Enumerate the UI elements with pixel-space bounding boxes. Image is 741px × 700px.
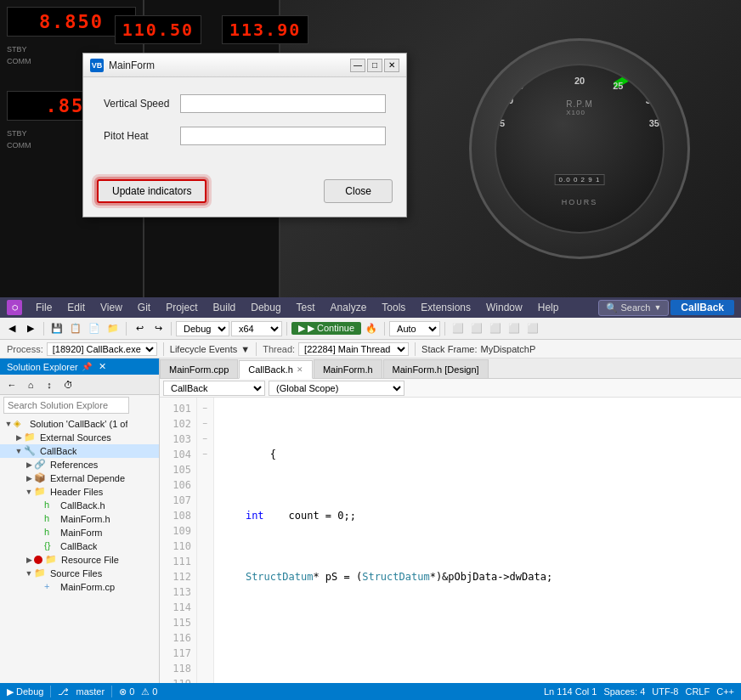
toolbar-btn-8[interactable]: ⬜ (506, 320, 523, 337)
toolbar-sep-4 (286, 322, 287, 336)
menu-test[interactable]: Test (290, 300, 322, 315)
toolbar-btn-7[interactable]: ⬜ (487, 320, 504, 337)
tab-mainform-cpp[interactable]: MainForm.cpp (160, 359, 238, 378)
tree-item-mainform-h[interactable]: h MainForm.h (0, 512, 159, 526)
toolbar-btn-3[interactable]: 📄 (86, 320, 103, 337)
toolbar-back-btn[interactable]: ◀ (3, 320, 20, 337)
menu-analyze[interactable]: Analyze (324, 300, 374, 315)
search-label: Search (621, 302, 651, 313)
se-pin-icon: 📌 (82, 362, 92, 371)
toolbar-fwd-btn[interactable]: ▶ (22, 320, 39, 337)
se-sync-btn[interactable]: ↕ (41, 376, 58, 393)
mainform-h-label: MainForm.h (60, 514, 110, 524)
vertical-speed-input[interactable] (180, 94, 386, 113)
status-errors: ⊗ 0 (119, 686, 134, 697)
solution-icon: ◈ (14, 418, 27, 430)
vs-logo: ⬡ (7, 300, 22, 315)
tree-item-external-sources[interactable]: ▶ 📁 External Sources (0, 431, 159, 444)
tab-mainform-h[interactable]: MainForm.h (314, 359, 382, 378)
tree-expander-ref: ▶ (24, 460, 34, 469)
platform-combo[interactable]: x64 (231, 321, 282, 336)
status-sep-1 (50, 686, 51, 697)
resource-breakpoint-dot (34, 556, 42, 564)
toolbar-save-btn[interactable]: 💾 (48, 320, 65, 337)
tree-expander-res: ▶ (24, 556, 34, 564)
tree-expander-hdr: ▼ (24, 488, 34, 496)
process-combo[interactable]: [18920] CallBack.exe (47, 342, 157, 356)
rpm-label: R.P.M X100 (566, 99, 593, 116)
se-home-btn[interactable]: ⌂ (22, 376, 39, 393)
tab-mainform-design[interactable]: MainForm.h [Design] (383, 359, 489, 378)
tree-item-callback-braces[interactable]: {} CallBack (0, 539, 159, 553)
menu-window[interactable]: Window (479, 300, 529, 315)
toolbar-sep-3 (171, 322, 172, 336)
code-line-102: int count = 0;; (221, 508, 734, 523)
menu-file[interactable]: File (29, 300, 59, 315)
tree-item-references[interactable]: ▶ 🔗 References (0, 458, 159, 471)
mainform-cpp-icon: + (44, 581, 58, 593)
menu-tools[interactable]: Tools (375, 300, 412, 315)
callback-h-icon: h (44, 500, 58, 511)
se-back-btn[interactable]: ← (3, 376, 20, 393)
toolbar-redo-btn[interactable]: ↪ (150, 320, 167, 337)
ext-dep-label: External Depende (50, 473, 125, 483)
process-label: Process: (7, 344, 43, 354)
menu-debug[interactable]: Debug (244, 300, 287, 315)
nav-context-combo[interactable]: CallBack (163, 381, 265, 396)
tree-item-callback-h[interactable]: h CallBack.h (0, 499, 159, 512)
tree-item-ext-dep[interactable]: ▶ 📦 External Depende (0, 471, 159, 485)
toolbar-btn-6[interactable]: ⬜ (468, 320, 485, 337)
source-files-icon: 📁 (34, 567, 48, 579)
rpm-gauge: R.P.M X100 20 25 15 30 10 35 5 0.0 0 2 9… (418, 0, 741, 297)
editor-nav: CallBack (Global Scope) (160, 379, 741, 398)
menu-project[interactable]: Project (159, 300, 204, 315)
toolbar-btn-9[interactable]: ⬜ (524, 320, 541, 337)
update-indicators-button[interactable]: Update indicators (97, 179, 206, 203)
vs-search-box[interactable]: 🔍 Search ▼ (598, 300, 670, 316)
display-3: 113.90 (222, 15, 308, 44)
vs-main-area: Solution Explorer 📌 ✕ ← ⌂ ↕ ⏱ ▼ ◈ Soluti… (0, 358, 741, 683)
code-editor: MainForm.cpp CallBack.h ✕ MainForm.h Mai… (160, 358, 741, 683)
toolbar-sep-6 (444, 322, 445, 336)
tree-item-callback-project[interactable]: ▼ 🔧 CallBack (0, 444, 159, 458)
menu-edit[interactable]: Edit (60, 300, 92, 315)
se-search-input[interactable] (3, 397, 129, 414)
menu-git[interactable]: Git (131, 300, 157, 315)
tab-label-mainform-design: MainForm.h [Design] (393, 364, 479, 375)
tree-item-header-files[interactable]: ▼ 📁 Header Files (0, 485, 159, 499)
callback-tab-header[interactable]: CallBack (670, 300, 734, 315)
se-close-icon[interactable]: ✕ (99, 361, 106, 372)
code-content[interactable]: { int count = 0;; StructDatum* pS = (Str… (214, 398, 741, 683)
tree-item-resource-file[interactable]: ▶ 📁 Resource File (0, 553, 159, 567)
toolbar-fire-btn[interactable]: 🔥 (363, 320, 380, 337)
dialog-title: MainForm (109, 59, 348, 71)
close-dialog-x-button[interactable]: ✕ (384, 59, 399, 72)
thread-combo[interactable]: [22284] Main Thread (298, 342, 409, 356)
menu-view[interactable]: View (93, 300, 129, 315)
menu-build[interactable]: Build (206, 300, 243, 315)
minimize-button[interactable]: — (350, 59, 365, 72)
toolbar-btn-4[interactable]: 📁 (105, 320, 122, 337)
auto-combo[interactable]: Auto (389, 321, 440, 336)
tree-item-mainform[interactable]: h MainForm (0, 526, 159, 539)
tree-item-solution[interactable]: ▼ ◈ Solution 'CallBack' (1 of (0, 417, 159, 431)
debug-config-combo[interactable]: Debug (176, 321, 229, 336)
pitot-heat-input[interactable] (180, 127, 386, 145)
tree-item-source-files[interactable]: ▼ 📁 Source Files (0, 567, 159, 580)
nav-scope-combo[interactable]: (Global Scope) (269, 381, 404, 396)
maximize-button[interactable]: □ (367, 59, 382, 72)
tab-close-callback-h[interactable]: ✕ (297, 365, 303, 374)
toolbar-btn-2[interactable]: 📋 (67, 320, 84, 337)
tab-label-mainform-cpp: MainForm.cpp (169, 364, 229, 375)
menu-help[interactable]: Help (531, 300, 566, 315)
close-button[interactable]: Close (324, 179, 393, 203)
continue-button[interactable]: ▶ ▶ Continue (291, 322, 361, 335)
se-history-btn[interactable]: ⏱ (59, 376, 76, 393)
tab-callback-h[interactable]: CallBack.h ✕ (239, 360, 313, 379)
toolbar-btn-5[interactable]: ⬜ (450, 320, 467, 337)
source-files-label: Source Files (50, 568, 102, 579)
continue-icon: ▶ (298, 323, 305, 334)
toolbar-undo-btn[interactable]: ↩ (131, 320, 148, 337)
menu-extensions[interactable]: Extensions (414, 300, 478, 315)
tree-item-mainform-cpp[interactable]: + MainForm.cp (0, 580, 159, 594)
